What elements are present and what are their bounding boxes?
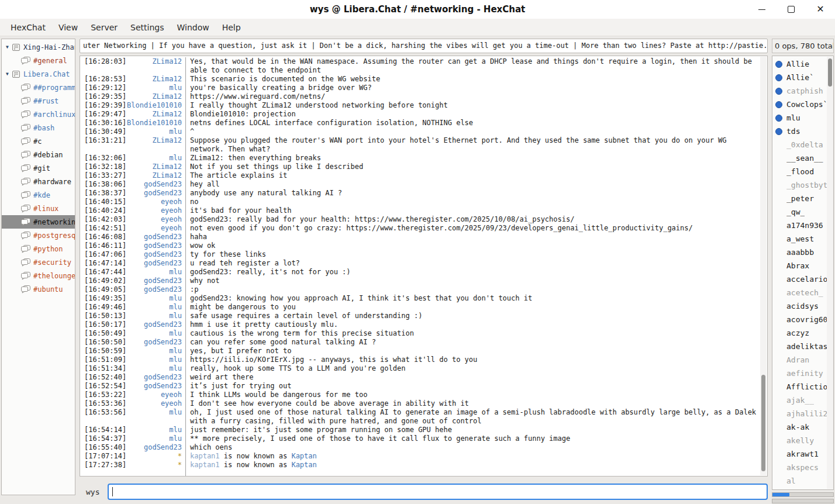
chat-scrollbar-thumb[interactable] [761, 375, 765, 471]
user-list-item[interactable]: a174n936 [772, 219, 833, 232]
user-list-item[interactable]: Cowclops` [772, 98, 833, 111]
user-list-item[interactable]: aaabbb [772, 246, 833, 259]
user-list-item[interactable]: accelario [772, 272, 833, 286]
user-list-item[interactable]: al [772, 474, 833, 488]
topic-bar[interactable]: uter Networking | If you have a question… [80, 39, 768, 53]
user-list-item[interactable]: Allie [772, 57, 833, 71]
message-text: which oens [185, 443, 760, 452]
user-list-item[interactable]: mlu [772, 111, 833, 125]
message-input[interactable] [108, 484, 768, 500]
tree-channel--security[interactable]: #security [2, 256, 75, 269]
close-button[interactable]: ✕ [806, 0, 835, 19]
tree-channel--general[interactable]: #general [2, 54, 75, 67]
tree-channel--rust[interactable]: ##rust [2, 94, 75, 108]
no-mode-spacer [775, 451, 782, 458]
no-mode-spacer [775, 478, 782, 485]
user-list-item[interactable]: adeliktas [772, 340, 833, 353]
tree-channel--bash[interactable]: #bash [2, 121, 75, 134]
user-list-item[interactable]: aefinity [772, 367, 833, 380]
no-mode-spacer [775, 397, 782, 404]
tree-expander-icon[interactable]: ▼ [3, 44, 12, 50]
no-mode-spacer [775, 168, 782, 175]
tree-channel--c[interactable]: #c [2, 134, 75, 148]
channel-icon [20, 151, 30, 159]
user-list-item[interactable]: ak-ak [772, 420, 833, 434]
message-nick: mlu [127, 355, 185, 364]
tree-channel--hardware[interactable]: #hardware [2, 175, 75, 188]
tree-expander-icon[interactable]: ▼ [3, 71, 12, 77]
tree-server-xing-hai-zhan[interactable]: ▼Xing-Hai-Zhan [2, 40, 75, 54]
message-text: Suppose you plugged the router's WAN por… [185, 136, 760, 154]
user-nick: acidsys [786, 302, 819, 310]
user-nick: _peter [786, 194, 814, 203]
menu-item-server[interactable]: Server [84, 19, 124, 36]
tree-channel--programming[interactable]: ##programming [2, 81, 75, 94]
user-list-item[interactable]: _ghostbyt [772, 178, 833, 192]
user-list-item[interactable]: Abrax [772, 259, 833, 272]
userlist-scrollbar-thumb[interactable] [828, 58, 832, 87]
user-list-item[interactable]: ajak__ [772, 393, 833, 407]
chat-row: [16:50:50]godSend23can you refer some go… [80, 338, 760, 347]
user-list-item[interactable]: Afflictio [772, 380, 833, 393]
chat-row: [16:52:40]godSend23weird art there [80, 373, 760, 382]
user-nick: Cowclops` [786, 100, 827, 109]
user-nick: catphish [786, 87, 823, 95]
message-text: :p [185, 285, 760, 294]
user-list-item[interactable]: tds [772, 125, 833, 138]
tree-channel--archlinux[interactable]: #archlinux [2, 108, 75, 121]
user-list-item[interactable]: acovrig60 [772, 313, 833, 326]
menu-item-settings[interactable]: Settings [124, 19, 170, 36]
menu-item-view[interactable]: View [52, 19, 84, 36]
user-list-item[interactable]: aczyz [772, 326, 833, 340]
user-list-item[interactable]: acidsys [772, 299, 833, 313]
chat-scrollbar[interactable] [760, 57, 767, 475]
tree-server-libera-chat[interactable]: ▼Libera.Chat [2, 67, 75, 81]
server-icon [12, 70, 20, 78]
message-timestamp: [16:52:54] [80, 382, 127, 391]
message-nick: godSend23 [127, 338, 185, 347]
user-list-item[interactable]: _flood [772, 165, 833, 178]
chat-row: [17:27:38]*kaptan1 is now known as Kapta… [80, 461, 760, 470]
user-list-item[interactable]: acetech_ [772, 286, 833, 299]
chat-row: [16:30:16]Blondie101010netns defines LOC… [80, 119, 760, 127]
window-title: wys @ Libera.Chat / #networking - HexCha… [0, 0, 835, 19]
chat-row: [16:29:35]ZLima12https://www.wireguard.c… [80, 92, 760, 101]
message-nick: mlu [127, 154, 185, 163]
menu-item-hexchat[interactable]: HexChat [4, 19, 52, 36]
user-list-item[interactable]: _peter [772, 192, 833, 205]
tree-channel--networking[interactable]: #networking [2, 215, 75, 229]
userlist-scrollbar[interactable] [827, 57, 833, 489]
user-list-item[interactable]: ajhalili2 [772, 407, 833, 420]
tree-channel--thelounge[interactable]: #thelounge [2, 269, 75, 282]
maximize-button[interactable] [777, 0, 806, 19]
user-list-item[interactable]: _0xdelta [772, 138, 833, 151]
user-list-item[interactable]: akelly [772, 434, 833, 447]
tree-item-label: #kde [33, 191, 50, 199]
menu-item-help[interactable]: Help [216, 19, 247, 36]
tree-channel--debian[interactable]: #debian [2, 148, 75, 161]
event-nick: Kaptan [291, 452, 316, 460]
user-list-item[interactable]: Allie` [772, 71, 833, 84]
menu-item-window[interactable]: Window [170, 19, 215, 36]
minimize-button[interactable] [747, 0, 777, 19]
user-list-item[interactable]: _qw_ [772, 205, 833, 219]
user-list-item[interactable]: __sean__ [772, 151, 833, 165]
user-list-item[interactable]: akrawt1 [772, 447, 833, 461]
user-list-item[interactable]: catphish [772, 84, 833, 98]
channel-icon [20, 191, 30, 199]
user-list-item[interactable]: akspecs [772, 461, 833, 474]
tree-channel--ubuntu[interactable]: #ubuntu [2, 282, 75, 296]
message-timestamp: [16:47:14] [80, 259, 127, 268]
message-timestamp: [16:33:27] [80, 171, 127, 180]
tree-item-label: ##programming [33, 84, 75, 92]
tree-channel--kde[interactable]: #kde [2, 188, 75, 202]
tree-channel--python[interactable]: #python [2, 242, 75, 256]
tree-channel--git[interactable]: #git [2, 161, 75, 175]
user-nick: al [786, 477, 796, 485]
message-timestamp: [16:49:46] [80, 303, 127, 312]
message-nick: godSend23 [127, 180, 185, 189]
user-list-item[interactable]: Adran [772, 353, 833, 367]
tree-channel--postgresql[interactable]: #postgresql [2, 229, 75, 242]
tree-channel--linux[interactable]: #linux [2, 202, 75, 215]
user-list-item[interactable]: a_west [772, 232, 833, 246]
